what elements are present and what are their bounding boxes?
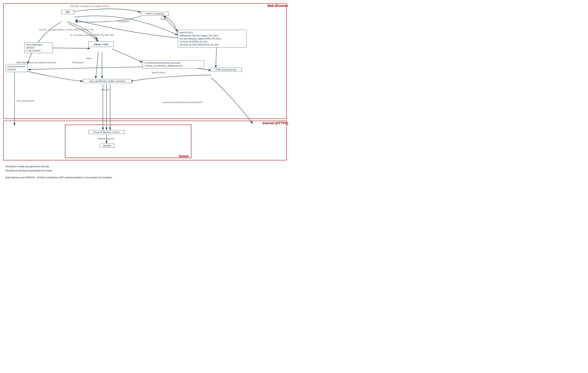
aes-passphrase-label: AES_passphrase=sk [17,100,34,102]
footer-line2: SKeyGen is strong key generation but slo… [5,169,112,173]
sk-operations-box: sk=SKeyGen(reducedinfo(raw_password)) co… [143,61,204,68]
password-random-box: Password(Random generated or user specif… [24,43,52,53]
internet-label: Internet (HTTPS) [262,121,288,125]
account-pwd-encrypted-label: account name and password encrypted by A… [162,101,202,103]
footer-line4: Both KeyGen uses PBKDF2 - SHA512 and fol… [5,175,112,180]
gen-operations-box: gen(PIN_SALT) PINSignature=SKeyGen_Salt(… [178,30,246,47]
html5-local-box: HTML5 LocalStorage [141,12,169,16]
pinpk-top-label: PINPK [160,18,166,20]
pbkdf2-label: PBKDF2('sha3-512') [97,138,115,140]
html5-session-box: HTML5 SessionStorage [210,68,242,72]
mapping-label: MAPPING(confusion_key, WKeyGen(account)) [17,61,56,64]
signup-login-box: Signup + Login [88,42,114,47]
conf-key-decrypt-label: conf_key = decrypt(encrypted_conf_key, P… [39,29,94,31]
sk-decrypt-label: sk = decrypt(encrypted_sk, PINPK, PIN_SA… [70,34,114,36]
pin-salt-label: PIN_SALT, encrypted_sk, encrypted_conf_k… [70,5,109,7]
account-pseudo-box: Account and Pseudo- Password [6,64,27,72]
login-sig-box: login_sig=WKeyGen_Salt(sk, username) [83,79,132,83]
server-label: Server [179,154,189,158]
login-sig-label: login_sig [101,88,108,91]
pwd-sig-server-box: Password Signature in Server [88,130,125,134]
database-box: Database [100,144,114,148]
pinpk-mid-label: PINPK [86,57,92,60]
decrypt-using-sk-label: decrypt using sk [152,71,165,74]
web-browser-label: Web Browser [267,4,288,8]
pin-signature-top-label: PIN Signature [117,20,129,22]
pin-signature-mid-label: PIN Signature [72,61,84,64]
server-region [65,125,191,158]
pin-box: PIN [61,10,74,14]
footer: WKeyGen is weak key generation but fast … [5,164,112,180]
footer-line1: WKeyGen is weak key generation but fast [5,164,112,169]
